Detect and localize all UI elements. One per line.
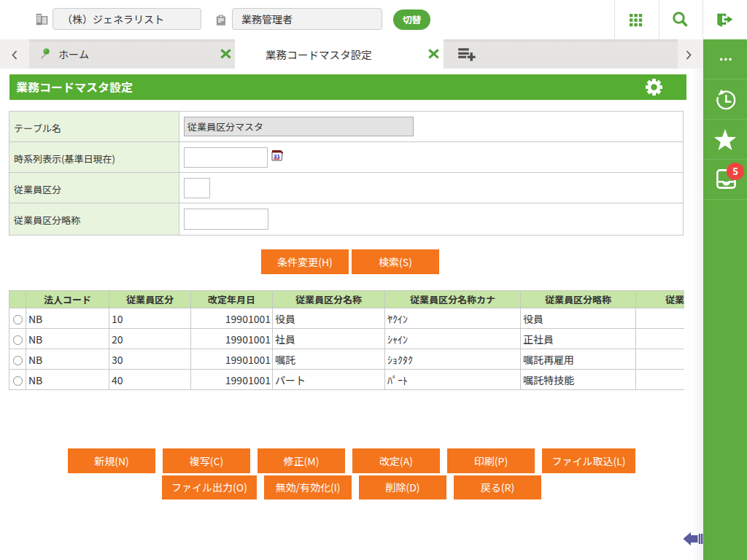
svg-text:31: 31: [274, 153, 280, 160]
